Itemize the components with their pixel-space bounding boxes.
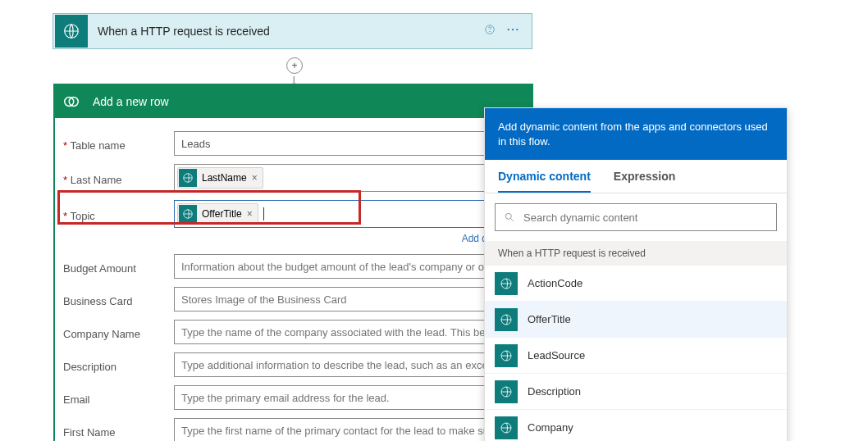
svg-point-2 — [490, 31, 491, 32]
offertitle-token[interactable]: OfferTitle × — [177, 203, 258, 225]
dynamic-search[interactable] — [495, 203, 777, 231]
lastname-token[interactable]: LastName × — [177, 167, 263, 189]
dyn-item-company[interactable]: Company — [485, 410, 787, 441]
dynamic-content-panel: Add dynamic content from the apps and co… — [484, 107, 788, 441]
email-input[interactable] — [174, 385, 522, 410]
dyn-item-offertitle[interactable]: OfferTitle — [485, 302, 787, 338]
table-name-input[interactable] — [174, 131, 522, 156]
search-icon — [504, 211, 515, 223]
dynamic-search-input[interactable] — [523, 211, 768, 224]
tab-expression[interactable]: Expression — [614, 170, 675, 193]
last-name-label: Last Name — [63, 170, 174, 186]
http-globe-icon — [179, 205, 197, 223]
http-globe-icon — [495, 308, 518, 331]
budget-label: Budget Amount — [63, 259, 174, 275]
tab-dynamic-content[interactable]: Dynamic content — [498, 170, 591, 193]
topic-label: Topic — [63, 207, 174, 222]
add-dynamic-content-link[interactable]: Add dynamic — [63, 228, 527, 246]
dyn-item-description[interactable]: Description — [485, 374, 787, 410]
svg-point-5 — [516, 29, 518, 30]
svg-point-3 — [508, 29, 509, 30]
table-name-label: Table name — [63, 136, 174, 152]
http-globe-icon — [495, 380, 518, 403]
company-input[interactable] — [174, 320, 522, 344]
firstname-input[interactable] — [174, 418, 522, 441]
svg-point-4 — [512, 29, 514, 30]
help-icon[interactable] — [484, 24, 496, 39]
http-globe-icon — [495, 272, 518, 295]
text-cursor — [263, 207, 264, 220]
action-card: Add a new row Table name Last Name LastN… — [53, 84, 533, 441]
topic-input[interactable]: OfferTitle × — [174, 200, 522, 228]
token-label: OfferTitle — [202, 208, 242, 220]
more-menu-icon[interactable] — [505, 22, 520, 40]
bizcard-label: Business Card — [63, 292, 174, 307]
trigger-title: When a HTTP request is received — [89, 25, 484, 38]
dynamic-section-header: When a HTTP request is received — [485, 241, 787, 266]
remove-token-icon[interactable]: × — [252, 172, 258, 184]
trigger-card[interactable]: When a HTTP request is received — [53, 13, 532, 49]
email-label: Email — [63, 390, 174, 406]
action-title: Add a new row — [88, 95, 169, 108]
svg-point-10 — [505, 213, 511, 219]
description-input[interactable] — [174, 352, 522, 377]
dyn-item-label: Company — [528, 421, 573, 434]
action-header[interactable]: Add a new row — [55, 85, 532, 118]
dataverse-icon — [55, 85, 88, 118]
http-globe-icon — [55, 15, 88, 48]
dyn-item-actioncode[interactable]: ActionCode — [485, 266, 787, 302]
budget-input[interactable] — [174, 254, 522, 279]
last-name-input[interactable]: LastName × — [174, 164, 522, 192]
token-label: LastName — [202, 172, 247, 184]
remove-token-icon[interactable]: × — [247, 208, 253, 220]
company-label: Company Name — [63, 325, 174, 340]
http-globe-icon — [495, 416, 518, 439]
dyn-item-label: Description — [528, 385, 581, 398]
description-label: Description — [63, 357, 174, 373]
firstname-label: First Name — [63, 423, 174, 439]
http-globe-icon — [179, 169, 197, 187]
dyn-item-label: LeadSource — [528, 349, 585, 361]
dyn-item-label: OfferTitle — [528, 313, 571, 325]
bizcard-input[interactable] — [174, 287, 522, 311]
http-globe-icon — [495, 344, 518, 367]
dynamic-banner: Add dynamic content from the apps and co… — [485, 108, 787, 160]
dyn-item-leadsource[interactable]: LeadSource — [485, 338, 787, 374]
dyn-item-label: ActionCode — [528, 277, 582, 289]
